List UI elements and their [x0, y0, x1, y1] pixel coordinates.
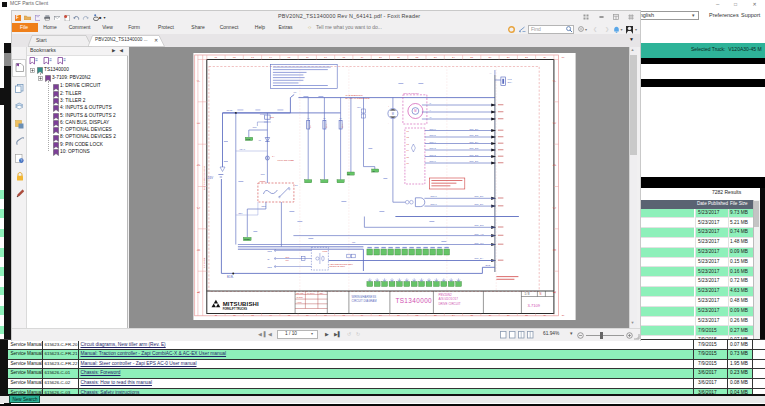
svg-text:DRAWN: DRAWN — [296, 292, 304, 294]
svg-text:A/S#41O1O17: A/S#41O1O17 — [438, 297, 458, 301]
svg-text:CHECK: CHECK — [296, 296, 303, 298]
svg-text:?: ? — [20, 158, 22, 162]
svg-text:B: B — [197, 249, 201, 251]
svg-text:DRL/5: DRL/5 — [429, 134, 436, 136]
svg-text:E: E — [197, 122, 201, 124]
svg-text:A: A — [197, 291, 201, 293]
svg-text:DRIVE MOTOR: DRIVE MOTOR — [403, 92, 419, 94]
svg-text:A: A — [553, 291, 557, 293]
svg-text:BATT WIRE CHASSIS: BATT WIRE CHASSIS — [202, 166, 205, 190]
svg-text:N: N — [539, 292, 541, 296]
svg-text:CIRCUIT DIAGRAM: CIRCUIT DIAGRAM — [351, 299, 377, 303]
svg-text:DD2: DD2 — [261, 205, 266, 207]
svg-text:0M: 0M — [285, 259, 288, 261]
svg-text:B1/B-: B1/B- — [226, 275, 233, 279]
svg-text:50A: 50A — [341, 123, 344, 128]
svg-text:CN1: CN1 — [260, 173, 265, 175]
svg-text:DD2: DD2 — [267, 250, 272, 252]
svg-text:09-05-17: 09-05-17 — [306, 292, 314, 294]
svg-text:S.T WIRE: S.T WIRE — [202, 257, 205, 268]
svg-text:24F: 24F — [285, 256, 290, 258]
svg-text:DRIVE CIRCUIT: DRIVE CIRCUIT — [438, 302, 460, 306]
svg-text:PBV20N2: PBV20N2 — [438, 293, 452, 297]
svg-text:DRL/2: DRL/2 — [429, 154, 436, 156]
svg-text:FU11: FU11 — [322, 250, 328, 252]
svg-text:DRL/4: DRL/4 — [429, 141, 436, 143]
svg-text:W: W — [429, 116, 431, 118]
svg-text:KEY/1: KEY/1 — [239, 148, 246, 150]
svg-text:24V: 24V — [207, 176, 214, 180]
svg-text:1 / 8: 1 / 8 — [524, 292, 530, 296]
svg-text:DRL/8: DRL/8 — [430, 195, 437, 197]
svg-text:5A: 5A — [309, 125, 312, 128]
svg-text:B: B — [553, 249, 557, 251]
svg-text:D: D — [197, 164, 201, 166]
svg-text:D: D — [553, 164, 557, 166]
svg-text:M: M — [391, 112, 393, 116]
svg-text:C: C — [553, 207, 557, 209]
svg-text:DIAGRAM CONTROLS: DIAGRAM CONTROLS — [345, 97, 370, 99]
svg-text:FU10 NO FUSE: FU10 NO FUSE — [277, 159, 294, 161]
svg-text:DRL/3: DRL/3 — [429, 147, 436, 149]
svg-text:NO DRIVE CELL: NO DRIVE CELL — [329, 265, 346, 267]
svg-text:C: C — [197, 207, 201, 209]
svg-text:DRL/1: DRL/1 — [429, 160, 436, 162]
svg-text:TS1340000: TS1340000 — [395, 297, 432, 304]
svg-text:DRL/7: DRL/7 — [430, 203, 437, 205]
svg-text:1A: 1A — [271, 155, 274, 157]
svg-text:DRL/6: DRL/6 — [429, 128, 436, 130]
svg-text:FORKLIFT TRUCKS: FORKLIFT TRUCKS — [222, 307, 247, 311]
svg-text:CON1: CON1 — [259, 180, 266, 182]
svg-text:THIS ELECTRIC: THIS ELECTRIC — [345, 94, 363, 96]
svg-text:3-7109: 3-7109 — [527, 303, 540, 308]
svg-text:A.: A. — [489, 72, 492, 75]
svg-text:C1C2: C1C2 — [244, 238, 250, 240]
svg-text:B1/B: B1/B — [485, 264, 490, 266]
svg-text:250A: 250A — [507, 81, 512, 83]
svg-text:S1/B+: S1/B+ — [226, 109, 233, 112]
svg-text:E: E — [553, 122, 557, 124]
svg-text:APPR: APPR — [296, 301, 302, 303]
svg-text:FU10: FU10 — [259, 113, 265, 115]
svg-text:DD2: DD2 — [267, 266, 272, 268]
svg-text:10A: 10A — [325, 123, 328, 128]
svg-text:WIRING/HARNESS: WIRING/HARNESS — [351, 295, 376, 299]
svg-text:MITSUBISHI: MITSUBISHI — [222, 301, 258, 307]
